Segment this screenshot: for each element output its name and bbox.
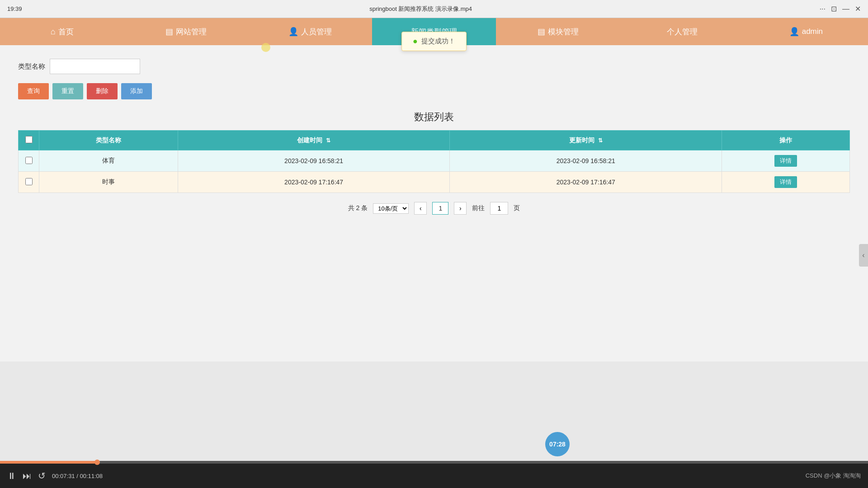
website-icon: ▤ (165, 27, 173, 37)
search-input[interactable] (50, 59, 140, 74)
window-controls[interactable]: ··· ⊡ — ✕ (820, 5, 861, 13)
delete-button[interactable]: 删除 (87, 83, 118, 99)
row-checkbox-cell[interactable] (19, 172, 39, 193)
current-page: 1 (432, 202, 448, 215)
video-watermark: CSDN @小象 淘淘淘 (806, 472, 861, 480)
reset-button[interactable]: 重置 (52, 83, 83, 99)
more-btn[interactable]: ··· (820, 5, 826, 13)
video-progress-dot (94, 460, 100, 465)
row-checkbox[interactable] (25, 178, 33, 185)
modules-icon: ▤ (538, 27, 545, 37)
row-type-name: 体育 (39, 150, 178, 172)
page-label: 页 (514, 204, 520, 212)
users-icon: 👤 (288, 27, 298, 37)
pause-button[interactable]: ⏸ (7, 471, 16, 481)
loop-button[interactable]: ↺ (38, 470, 46, 481)
goto-page-input[interactable] (490, 202, 508, 215)
main-content: 类型名称 查询 重置 删除 添加 数据列表 类型名称 创建时间 ⇅ 更新时间 ⇅ (0, 45, 868, 361)
nav-website[interactable]: ▤ 网站管理 (124, 18, 248, 45)
data-table: 类型名称 创建时间 ⇅ 更新时间 ⇅ 操作 体育 2023-02-09 16:5… (18, 130, 850, 193)
nav-modules-label: 模块管理 (548, 27, 579, 37)
header-action: 操作 (722, 131, 850, 150)
row-action-cell: 详情 (722, 150, 850, 172)
header-created-at[interactable]: 创建时间 ⇅ (178, 131, 450, 150)
prev-page-btn[interactable]: ‹ (414, 202, 427, 215)
row-created-at: 2023-02-09 16:58:21 (178, 150, 450, 172)
add-button[interactable]: 添加 (121, 83, 152, 99)
home-icon: ⌂ (51, 27, 56, 37)
video-time: 00:07:31 / 00:11:08 (52, 473, 103, 479)
select-all-checkbox[interactable] (25, 136, 33, 143)
video-bar: ⏸ ⏭ ↺ 00:07:31 / 00:11:08 CSDN @小象 淘淘淘 (0, 461, 868, 488)
row-created-at: 2023-02-09 17:16:47 (178, 172, 450, 193)
nav-personal-label: 个人管理 (667, 27, 698, 37)
step-forward-button[interactable]: ⏭ (23, 471, 32, 481)
video-time-badge: 07:28 (545, 432, 570, 456)
toast-message: 提交成功！ (421, 37, 455, 46)
toast-notification: ● 提交成功！ (401, 32, 467, 51)
close-btn[interactable]: ✕ (855, 5, 861, 13)
search-form: 类型名称 (18, 59, 850, 74)
total-time: 00:11:08 (80, 473, 103, 479)
table-title: 数据列表 (18, 110, 850, 124)
search-label: 类型名称 (18, 62, 45, 71)
pagination: 共 2 条 10条/页 20条/页 50条/页 ‹ 1 › 前往 页 (18, 202, 850, 215)
row-action-cell: 详情 (722, 172, 850, 193)
row-type-name: 时事 (39, 172, 178, 193)
minimize-btn[interactable]: — (842, 5, 849, 13)
video-progress-fill (0, 461, 97, 464)
total-count: 共 2 条 (348, 204, 368, 212)
row-updated-at: 2023-02-09 16:58:21 (450, 150, 722, 172)
system-time: 19:39 (7, 5, 22, 12)
goto-label: 前往 (472, 204, 485, 212)
header-checkbox-cell[interactable] (19, 131, 39, 150)
video-controls: ⏸ ⏭ ↺ 00:07:31 / 00:11:08 CSDN @小象 淘淘淘 (0, 464, 868, 488)
next-page-btn[interactable]: › (454, 202, 467, 215)
table-row: 体育 2023-02-09 16:58:21 2023-02-09 16:58:… (19, 150, 850, 172)
header-type-name: 类型名称 (39, 131, 178, 150)
detail-button[interactable]: 详情 (774, 155, 797, 167)
action-buttons: 查询 重置 删除 添加 (18, 83, 850, 99)
nav-users[interactable]: 👤 人员管理 (248, 18, 372, 45)
nav-personal[interactable]: 个人管理 (620, 18, 744, 45)
toast-success-icon: ● (413, 37, 418, 46)
row-updated-at: 2023-02-09 17:16:47 (450, 172, 722, 193)
nav-users-label: 人员管理 (301, 27, 332, 37)
nav-home[interactable]: ⌂ 首页 (0, 18, 124, 45)
window-title: springboot 新闻推荐系统 演示录像.mp4 (369, 5, 472, 13)
row-checkbox[interactable] (25, 157, 33, 164)
admin-icon: 👤 (789, 27, 799, 37)
detail-button[interactable]: 详情 (774, 176, 797, 188)
current-time: 00:07:31 (52, 473, 75, 479)
header-updated-at[interactable]: 更新时间 ⇅ (450, 131, 722, 150)
created-sort-icon: ⇅ (326, 137, 330, 144)
nav-modules[interactable]: ▤ 模块管理 (496, 18, 620, 45)
nav-website-label: 网站管理 (176, 27, 207, 37)
nav-admin[interactable]: 👤 admin (744, 18, 868, 45)
sidebar-collapse-handle[interactable]: ‹ (859, 244, 868, 267)
nav-home-label: 首页 (58, 27, 74, 37)
chevron-left-icon: ‹ (862, 251, 864, 259)
video-progress-track[interactable] (0, 461, 868, 464)
restore-btn[interactable]: ⊡ (831, 5, 837, 13)
query-button[interactable]: 查询 (18, 83, 49, 99)
title-bar: 19:39 springboot 新闻推荐系统 演示录像.mp4 ··· ⊡ —… (0, 0, 868, 18)
table-header-row: 类型名称 创建时间 ⇅ 更新时间 ⇅ 操作 (19, 131, 850, 150)
updated-sort-icon: ⇅ (598, 137, 603, 144)
table-row: 时事 2023-02-09 17:16:47 2023-02-09 17:16:… (19, 172, 850, 193)
row-checkbox-cell[interactable] (19, 150, 39, 172)
page-size-select[interactable]: 10条/页 20条/页 50条/页 (373, 203, 409, 214)
nav-admin-label: admin (802, 27, 823, 36)
